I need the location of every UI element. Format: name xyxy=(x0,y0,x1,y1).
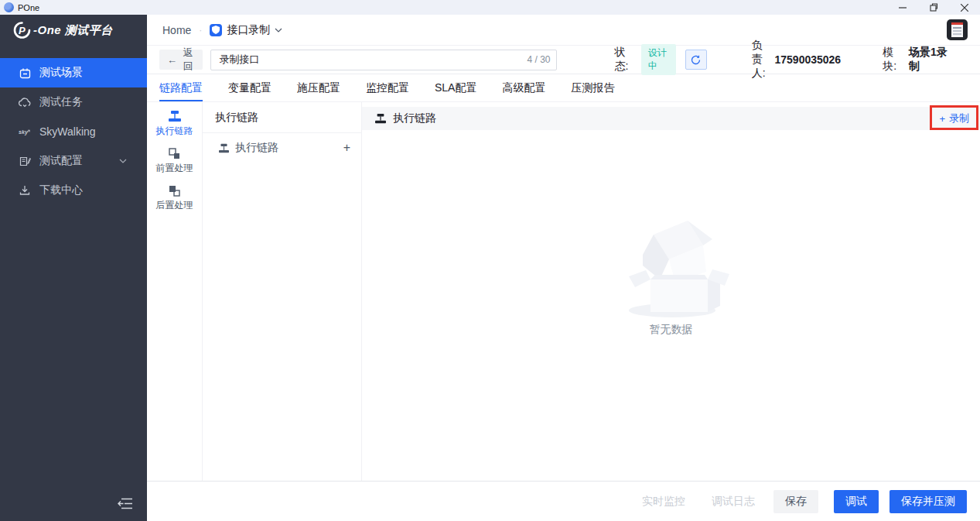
tab-variable-config[interactable]: 变量配置 xyxy=(228,74,271,101)
breadcrumb-current[interactable]: 接口录制 xyxy=(227,23,270,37)
scene-icon xyxy=(19,67,31,79)
back-arrow-icon: ← xyxy=(167,54,177,66)
rail-item-label: 后置处理 xyxy=(156,199,193,212)
sidebar-item-label: 测试配置 xyxy=(39,154,83,168)
rail-item-post-process[interactable]: 后置处理 xyxy=(156,185,193,212)
toolbar: ← 返回 4 / 30 状态: 设计中 负责 xyxy=(147,45,980,74)
link-config-rail: 执行链路 前置处理 xyxy=(147,102,203,481)
debug-log-link[interactable]: 调试日志 xyxy=(712,495,755,509)
empty-box-illustration xyxy=(613,205,729,320)
config-tabs: 链路配置 变量配置 施压配置 监控配置 SLA配置 高级配置 压测报告 xyxy=(147,74,980,102)
minimize-button[interactable] xyxy=(887,0,918,15)
char-counter: 4 / 30 xyxy=(527,54,550,65)
rail-item-pre-process[interactable]: 前置处理 xyxy=(156,148,193,175)
download-icon xyxy=(19,184,31,197)
recording-shield-icon xyxy=(210,24,222,36)
tree-node-exec-chain[interactable]: 执行链路 + xyxy=(203,133,361,163)
rail-item-exec-chain[interactable]: 执行链路 xyxy=(156,110,193,138)
owner-value: 17590035026 xyxy=(775,53,842,66)
realtime-monitor-link[interactable]: 实时监控 xyxy=(642,495,685,509)
sidebar-item-label: 下载中心 xyxy=(39,183,83,197)
collapse-sidebar-icon[interactable] xyxy=(118,498,133,509)
cloud-sync-icon xyxy=(19,96,31,108)
empty-state-text: 暂无数据 xyxy=(650,323,693,337)
os-titlebar: POne xyxy=(0,0,980,15)
close-button[interactable] xyxy=(949,0,980,15)
tab-test-report[interactable]: 压测报告 xyxy=(571,74,614,101)
brand-logo-icon: P xyxy=(12,21,31,39)
overlap-squares-icon xyxy=(169,148,180,159)
tab-link-config[interactable]: 链路配置 xyxy=(159,74,203,101)
rail-item-label: 前置处理 xyxy=(156,162,193,175)
breadcrumb-chevron-icon[interactable] xyxy=(275,28,282,33)
status-badge: 设计中 xyxy=(641,44,676,75)
sidebar-item-test-task[interactable]: 测试任务 xyxy=(0,87,147,117)
save-and-test-button[interactable]: 保存并压测 xyxy=(890,490,967,513)
plus-icon: + xyxy=(939,113,945,125)
sidebar-item-test-config[interactable]: 测试配置 xyxy=(0,146,147,176)
sitemap-icon xyxy=(168,110,182,122)
module-value: 场景1录制 xyxy=(909,46,949,74)
titlebar-app-name: POne xyxy=(18,3,39,12)
page-header: Home · 接口录制 xyxy=(147,15,980,45)
sidebar: P -One 测试平台 测试场景 xyxy=(0,15,147,521)
tree-node-label: 执行链路 xyxy=(235,141,278,155)
rail-item-label: 执行链路 xyxy=(156,125,193,138)
tab-sla-config[interactable]: SLA配置 xyxy=(435,74,476,101)
svg-text:sky: sky xyxy=(19,129,29,135)
tab-pressure-config[interactable]: 施压配置 xyxy=(297,74,340,101)
back-button[interactable]: ← 返回 xyxy=(159,50,203,70)
user-avatar[interactable] xyxy=(947,19,968,40)
sidebar-item-download-center[interactable]: 下载中心 xyxy=(0,176,147,205)
chevron-down-icon xyxy=(119,159,127,163)
config-book-icon xyxy=(19,155,31,167)
sidebar-menu: 测试场景 测试任务 sky xyxy=(0,58,147,485)
refresh-status-button[interactable] xyxy=(685,50,707,70)
breadcrumb-home[interactable]: Home xyxy=(162,24,191,36)
sidebar-item-skywalking[interactable]: sky SkyWalking xyxy=(0,117,147,146)
scene-name-input[interactable] xyxy=(219,54,521,66)
window-controls xyxy=(887,0,980,15)
status-label: 状态: xyxy=(614,46,633,74)
brand-logo: P -One 测试平台 xyxy=(0,15,147,46)
overlap-squares-icon xyxy=(169,185,180,197)
tree-panel-title: 执行链路 xyxy=(203,102,361,133)
exec-chain-header: 执行链路 + 录制 xyxy=(362,107,980,130)
pone-window: POne P -One 测试平台 xyxy=(0,0,980,521)
save-button[interactable]: 保存 xyxy=(773,490,818,513)
exec-chain-title: 执行链路 xyxy=(393,111,436,125)
app-logo-icon xyxy=(4,2,14,12)
add-node-icon[interactable]: + xyxy=(343,141,350,155)
exec-chain-main-panel: 执行链路 + 录制 xyxy=(362,102,980,481)
exec-chain-tree-panel: 执行链路 执行链路 + xyxy=(203,102,362,481)
record-button[interactable]: + 录制 xyxy=(939,111,969,125)
sidebar-item-label: 测试场景 xyxy=(39,66,83,80)
restore-button[interactable] xyxy=(918,0,949,15)
tab-advanced-config[interactable]: 高级配置 xyxy=(502,74,545,101)
sitemap-icon xyxy=(374,113,387,124)
tab-monitor-config[interactable]: 监控配置 xyxy=(366,74,409,101)
action-footer: 实时监控 调试日志 保存 调试 保存并压测 xyxy=(147,481,980,521)
skywalking-icon: sky xyxy=(19,125,31,138)
sidebar-item-test-scene[interactable]: 测试场景 xyxy=(0,58,147,87)
debug-button[interactable]: 调试 xyxy=(834,490,879,513)
svg-text:P: P xyxy=(19,25,26,36)
scene-name-field: 4 / 30 xyxy=(210,50,557,70)
empty-state: 暂无数据 xyxy=(362,130,980,481)
brand-logo-text: -One 测试平台 xyxy=(33,23,113,38)
sidebar-item-label: 测试任务 xyxy=(39,95,83,109)
sidebar-item-label: SkyWalking xyxy=(39,125,96,138)
sitemap-icon xyxy=(218,143,230,153)
module-label: 模块: xyxy=(883,46,903,74)
breadcrumb-separator: · xyxy=(199,25,202,36)
